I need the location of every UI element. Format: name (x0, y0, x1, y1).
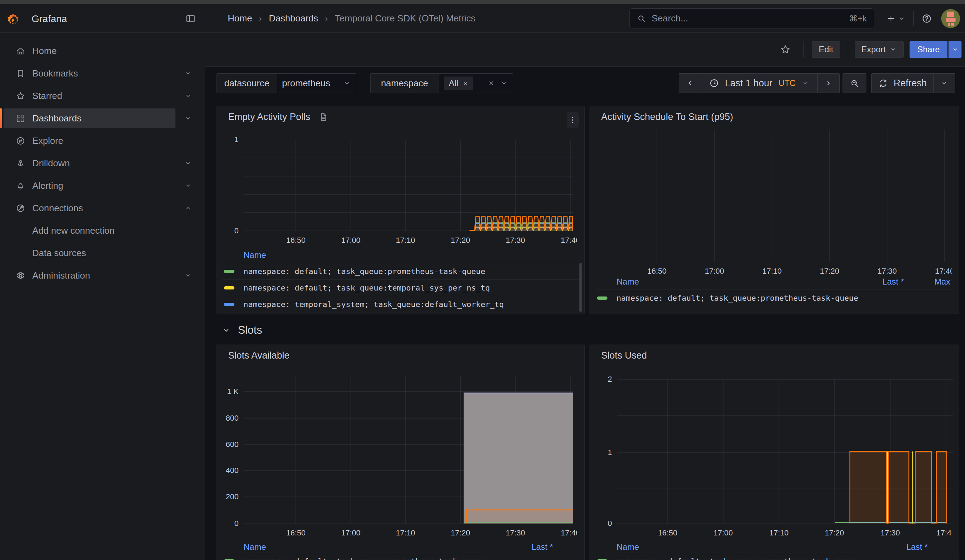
x-axis-label: 17:10 (396, 236, 415, 245)
zoom-out-icon (850, 78, 859, 88)
time-range-label: Last 1 hour (725, 78, 772, 89)
chevron-down-icon[interactable] (500, 79, 508, 87)
legend-row-partial[interactable]: namespace: default; task_queue:prometheu… (222, 555, 579, 560)
x-axis-label: 17:20 (451, 528, 470, 537)
sidebar-item-explore[interactable]: Explore (3, 131, 175, 150)
x-axis-labels: 16:5017:0017:1017:2017:3017:40 (217, 236, 577, 247)
share-button[interactable]: Share (909, 41, 947, 58)
legend-column-name[interactable]: Name (617, 277, 639, 287)
zoom-out-button[interactable] (843, 73, 866, 93)
refresh-button[interactable]: Refresh (872, 73, 934, 93)
breadcrumb-item-temporal-core-sdk-otel-metrics[interactable]: Temporal Core SDK (OTel) Metrics (335, 13, 476, 24)
chevron-down-icon (222, 326, 231, 335)
chart-activity-schedule-to-start-p95 (594, 129, 954, 262)
search-icon (636, 14, 646, 23)
panel-description-icon[interactable] (319, 112, 328, 122)
sidebar-item-bookmarks[interactable]: Bookmarks (3, 64, 175, 83)
question-icon (921, 13, 932, 24)
plus-icon (886, 14, 896, 23)
chevron-down-icon[interactable] (184, 159, 192, 167)
chevron-left-icon (686, 79, 694, 87)
clear-filter-icon[interactable] (487, 79, 495, 87)
chevron-down-icon (184, 114, 192, 122)
timezone-label: UTC (778, 78, 795, 88)
add-button[interactable] (882, 14, 910, 23)
chevron-down-icon (184, 70, 192, 77)
legend-column-last[interactable]: Last * (906, 542, 928, 552)
legend-column-last[interactable]: Last * (883, 277, 904, 287)
sidebar-item-starred[interactable]: Starred (3, 86, 175, 106)
y-axis-label: 200 (216, 492, 239, 501)
sidebar-item-home[interactable]: Home (3, 41, 175, 61)
sidebar-toggle-button[interactable] (185, 13, 196, 24)
series-color-swatch (224, 286, 234, 289)
variable-filters: datasourceprometheusnamespaceAll (216, 73, 513, 93)
series-name: namespace: temporal_system; task_queue:d… (244, 300, 504, 309)
x-axis-label: 17:40 (561, 236, 577, 245)
help-button[interactable] (917, 13, 936, 24)
panel-menu-button[interactable] (567, 112, 579, 128)
filter-datasource: datasourceprometheus (216, 73, 356, 93)
remove-tag-icon[interactable] (463, 80, 468, 87)
search-input[interactable]: Search... ⌘+k (629, 8, 874, 28)
legend-column-name[interactable]: Name (617, 542, 639, 552)
sidebar-item-administration[interactable]: Administration (3, 266, 175, 285)
legend-header: NameLast * (595, 539, 953, 555)
legend-scrollbar[interactable] (579, 263, 582, 312)
chevron-down-icon[interactable] (184, 182, 192, 189)
filter-value[interactable]: All (439, 73, 513, 93)
sidebar-item-alerting[interactable]: Alerting (3, 176, 175, 196)
chevron-down-icon[interactable] (184, 114, 192, 122)
sidebar-item-add-new-connection[interactable]: Add new connection (3, 221, 175, 240)
legend-row[interactable]: namespace: default; task_queue:prometheu… (595, 289, 953, 306)
sidebar-item-data-sources[interactable]: Data sources (3, 243, 175, 263)
sidebar-item-label: Administration (32, 270, 90, 281)
export-button[interactable]: Export (855, 41, 904, 58)
zoom-out-group (842, 73, 867, 93)
sidebar-item-connections[interactable]: Connections (3, 198, 175, 218)
legend-row[interactable]: namespace: default; task_queue:temporal_… (222, 279, 579, 296)
chevron-down-icon (184, 272, 192, 279)
filter-tag-all[interactable]: All (444, 77, 473, 90)
chevron-up-icon[interactable] (184, 204, 192, 212)
legend-header: Name (222, 247, 579, 263)
sidebar-item-label: Data sources (32, 248, 86, 259)
row-slots[interactable]: Slots (222, 321, 262, 339)
refresh-interval-dropdown[interactable] (934, 73, 955, 93)
time-forward-button[interactable] (817, 73, 839, 93)
legend-column-max[interactable]: Max (934, 277, 950, 287)
legend-column-name[interactable]: Name (244, 250, 266, 260)
kebab-icon (568, 116, 577, 124)
chevron-down-icon[interactable] (184, 70, 192, 77)
user-avatar[interactable] (941, 9, 960, 28)
share-dropdown-button[interactable] (947, 41, 962, 58)
chevron-down-icon (343, 79, 351, 87)
grafana-logo[interactable] (6, 13, 20, 29)
chevron-down-icon[interactable] (184, 272, 192, 279)
star-dashboard-button[interactable] (780, 44, 791, 55)
breadcrumb-item-home[interactable]: Home (228, 13, 252, 24)
legend-header: NameLast *Max (595, 274, 953, 289)
filter-value[interactable]: prometheus (277, 73, 356, 93)
legend-column-last[interactable]: Last * (532, 542, 553, 552)
legend-column-name[interactable]: Name (244, 542, 266, 552)
filter-tag-label: All (449, 78, 458, 88)
dashboard-canvas: datasourceprometheusnamespaceAll Last 1 … (205, 67, 965, 560)
breadcrumb-item-dashboards[interactable]: Dashboards (269, 13, 318, 24)
sidebar-item-drilldown[interactable]: Drilldown (3, 153, 175, 173)
legend-row[interactable]: namespace: default; task_queue:prometheu… (222, 263, 579, 279)
time-back-button[interactable] (679, 73, 701, 93)
star-icon (780, 44, 791, 55)
legend-row[interactable]: namespace: temporal_system; task_queue:d… (222, 296, 579, 312)
drilldown-icon (16, 158, 25, 168)
chevron-down-icon (898, 15, 906, 23)
y-axis-label: 600 (216, 440, 239, 449)
sidebar-item-label: Home (32, 46, 57, 57)
chevron-down-icon[interactable] (184, 92, 192, 100)
time-range-picker[interactable]: Last 1 hourUTC (701, 73, 817, 93)
legend-row-partial[interactable]: namespace: default; task_queue:prometheu… (595, 555, 953, 560)
edit-button[interactable]: Edit (812, 41, 840, 58)
sidebar-item-label: Drilldown (32, 158, 70, 169)
sidebar-item-dashboards[interactable]: Dashboards (3, 108, 175, 128)
bell-icon (16, 181, 25, 191)
